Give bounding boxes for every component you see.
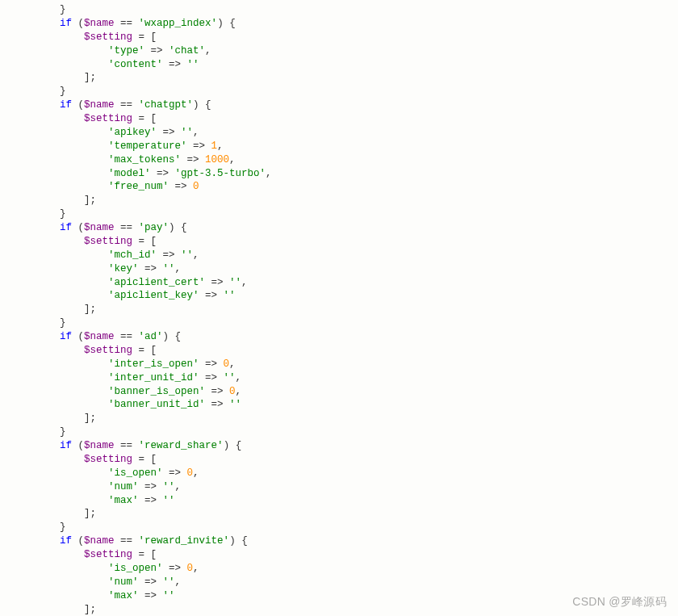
code-block: } if ($name == 'wxapp_index') { $setting… bbox=[0, 0, 678, 616]
